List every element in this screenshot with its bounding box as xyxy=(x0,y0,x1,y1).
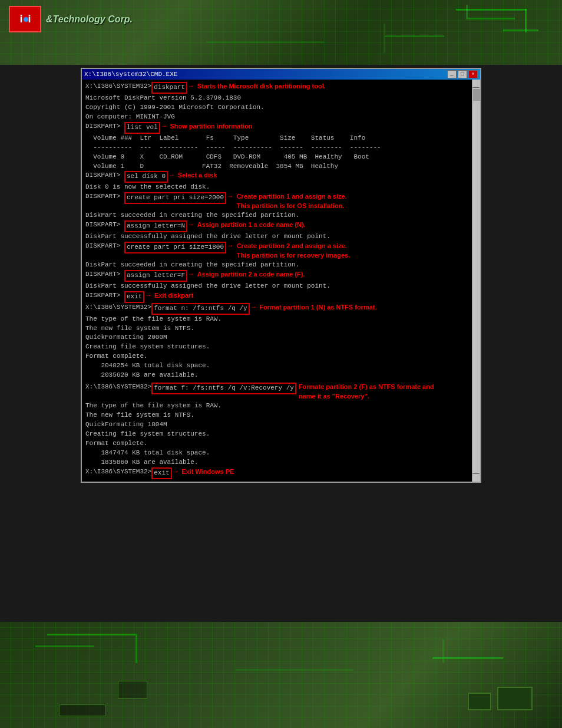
vol-header: Volume ### Ltr Label Fs Type Size Status… xyxy=(85,134,470,143)
cmd-line-creating2: Creating file system structures. xyxy=(85,430,470,439)
cmd-line-exit2: X:\I386\SYSTEM32>exit → Exit Windows PE xyxy=(85,467,470,479)
prompt-9: X:\I386\SYSTEM32> xyxy=(85,303,151,312)
vol-sep: ---------- --- ---------- ----- --------… xyxy=(85,143,470,153)
cmd-line-diskpart: X:\I386\SYSTEM32>diskpart → Starts the M… xyxy=(85,82,470,94)
cmd-line-seldisk: DISKPART> sel disk 0 → Select a disk xyxy=(85,171,470,183)
text-avail1: 2035620 KB are available. xyxy=(85,371,198,380)
cmd-line-created2: DiskPart succeeded in creating the speci… xyxy=(85,261,470,270)
text-qf2000: QuickFormatting 2000M xyxy=(85,333,167,342)
background-bottom xyxy=(0,622,562,728)
text-copyright: Copyright (C) 1999-2001 Microsoft Corpor… xyxy=(85,103,265,113)
highlight-createpart2: create part pri size=1800 xyxy=(124,242,226,253)
text-qf1804: QuickFormatting 1804M xyxy=(85,420,167,430)
prompt-11: X:\I386\SYSTEM32> xyxy=(85,467,151,477)
annotation-assignN: Assign partition 1 a code name (N). xyxy=(197,220,306,230)
arrow-8: → xyxy=(146,291,150,301)
annotation-diskpart: Starts the Microsoft disk partitioning t… xyxy=(197,82,326,91)
arrow-11: → xyxy=(174,467,178,477)
text-vol-header: Volume ### Ltr Label Fs Type Size Status… xyxy=(85,134,365,143)
cmd-line-avail1: 2035620 KB are available. xyxy=(85,371,470,380)
cmd-line-formatN: X:\I386\SYSTEM32>format n: /fs:ntfs /q /… xyxy=(85,303,470,315)
main-content: X:\I386\system32\CMD.EXE _ □ × X:\I386\S… xyxy=(81,68,481,483)
close-button[interactable]: × xyxy=(468,70,478,78)
cmd-line-assignedF: DiskPart successfully assigned the drive… xyxy=(85,282,470,291)
annotation-createpart2-line2: This partition is for recovery images. xyxy=(237,251,351,261)
highlight-listvol: list vol xyxy=(124,122,160,134)
minimize-button[interactable]: _ xyxy=(447,70,457,78)
cmd-line-ntfs1: The new file system is NTFS. xyxy=(85,324,470,334)
highlight-exit1: exit xyxy=(124,291,144,303)
text-assignedF: DiskPart successfully assigned the drive… xyxy=(85,282,330,291)
cmd-scrollbar[interactable]: ▲ ▼ xyxy=(472,80,480,482)
highlight-diskpart: diskpart xyxy=(151,82,187,94)
annotation-listvol: Show partition information xyxy=(170,122,252,131)
cmd-line-disk0selected: Disk 0 is now the selected disk. xyxy=(85,183,470,192)
cmd-line-assignN: DISKPART> assign letter=N → Assign parti… xyxy=(85,220,470,232)
cmd-line-copyright: Copyright (C) 1999-2001 Microsoft Corpor… xyxy=(85,103,470,113)
cmd-line-assignF: DISKPART> assign letter=F → Assign parti… xyxy=(85,270,470,282)
annotation-createpart1-line2: This partition is for OS installation. xyxy=(237,202,347,211)
annotation-createpart2: Create partition 2 and assign a size. Th… xyxy=(237,242,351,261)
prompt-1: X:\I386\SYSTEM32> xyxy=(85,82,151,91)
arrow-2: → xyxy=(162,122,166,131)
arrow-1: → xyxy=(189,82,193,91)
cmd-line-total1: 2048254 KB total disk space. xyxy=(85,361,470,371)
text-complete2: Format complete. xyxy=(85,439,148,449)
cmd-line-assignedN: DiskPart successfully assigned the drive… xyxy=(85,232,470,242)
text-version: Microsoft DiskPart version 5.2.3790.1830 xyxy=(85,94,241,103)
cmd-line-createpart1: DISKPART> create part pri size=2000 → Cr… xyxy=(85,192,470,211)
cmd-line-avail2: 1835860 KB are available. xyxy=(85,458,470,467)
text-vol-0: Volume 0 X CD_ROM CDFS DVD-ROM 405 MB He… xyxy=(85,153,369,162)
cmd-line-version: Microsoft DiskPart version 5.2.3790.1830 xyxy=(85,94,470,103)
prompt-5: DISKPART> xyxy=(85,220,124,230)
arrow-9: → xyxy=(252,303,256,312)
highlight-formatF: format f: /fs:ntfs /q /v:Recovery /y xyxy=(151,383,296,394)
text-avail2: 1835860 KB are available. xyxy=(85,458,198,467)
text-raw1: The type of the file system is RAW. xyxy=(85,315,222,324)
cmd-line-exit1: DISKPART> exit → Exit diskpart xyxy=(85,291,470,303)
annotation-assignF: Assign partition 2 a code name (F). xyxy=(197,270,305,279)
arrow-6: → xyxy=(228,242,232,251)
text-computer: On computer: MININT-JVG xyxy=(85,113,175,122)
maximize-button[interactable]: □ xyxy=(458,70,467,78)
text-vol-sep: ---------- --- ---------- ----- --------… xyxy=(85,143,381,153)
text-created2: DiskPart succeeded in creating the speci… xyxy=(85,261,299,270)
annotation-exit1: Exit diskpart xyxy=(154,291,193,301)
text-creating2: Creating file system structures. xyxy=(85,430,210,439)
highlight-createpart1: create part pri size=2000 xyxy=(124,192,226,204)
cmd-line-listvol: DISKPART> list vol → Show partition info… xyxy=(85,122,470,134)
annotation-formatF-line2: name it as "Recovery". xyxy=(299,392,434,401)
prompt-7: DISKPART> xyxy=(85,270,124,279)
cmd-line-complete1: Format complete. xyxy=(85,352,470,361)
cmd-line-createpart2: DISKPART> create part pri size=1800 → Cr… xyxy=(85,242,470,261)
arrow-5: → xyxy=(189,220,193,230)
highlight-assignN: assign letter=N xyxy=(124,220,187,232)
cmd-window: X:\I386\system32\CMD.EXE _ □ × X:\I386\S… xyxy=(81,68,481,483)
cmd-titlebar: X:\I386\system32\CMD.EXE _ □ × xyxy=(82,69,480,80)
annotation-createpart2-line1: Create partition 2 and assign a size. xyxy=(237,242,351,251)
annotation-formatN: Format partition 1 (N) as NTFS format. xyxy=(259,303,376,312)
cmd-title: X:\I386\system32\CMD.EXE xyxy=(84,71,177,78)
cmd-line-ntfs2: The new file system is NTFS. xyxy=(85,411,470,420)
cmd-line-raw2: The type of the file system is RAW. xyxy=(85,401,470,411)
cmd-body: X:\I386\SYSTEM32>diskpart → Starts the M… xyxy=(82,80,480,482)
cmd-line-creating1: Creating file system structures. xyxy=(85,342,470,352)
annotation-exit2: Exit Windows PE xyxy=(181,467,234,477)
arrow-7: → xyxy=(189,270,193,279)
cmd-buttons: _ □ × xyxy=(447,70,478,78)
cmd-line-created1: DiskPart succeeded in creating the speci… xyxy=(85,211,470,220)
text-raw2: The type of the file system is RAW. xyxy=(85,401,222,411)
annotation-seldisk: Select a disk xyxy=(178,171,217,180)
text-total2: 1847474 KB total disk space. xyxy=(85,449,210,458)
prompt-4: DISKPART> xyxy=(85,192,124,202)
prompt-2: DISKPART> xyxy=(85,122,124,131)
arrow-3: → xyxy=(170,171,174,180)
text-total1: 2048254 KB total disk space. xyxy=(85,361,210,371)
annotation-createpart1: Create partition 1 and assign a size. Th… xyxy=(237,192,347,211)
scrollbar-thumb[interactable] xyxy=(473,89,480,101)
vol-1: Volume 1 D FAT32 Removeable 3854 MB Heal… xyxy=(85,162,470,172)
annotation-formatF-block: Formate partition 2 (F) as NTFS formate … xyxy=(299,383,434,401)
annotation-formatF-line1: Formate partition 2 (F) as NTFS formate … xyxy=(299,383,434,392)
highlight-assignF: assign letter=F xyxy=(124,270,187,282)
logo-icon: ii xyxy=(9,6,41,32)
